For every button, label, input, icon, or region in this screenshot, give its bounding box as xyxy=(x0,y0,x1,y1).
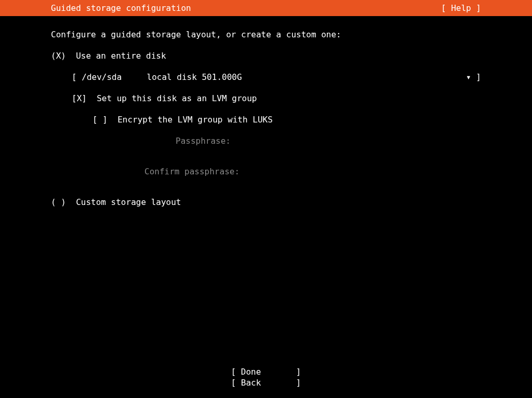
checkbox-encrypt[interactable]: [ ] Encrypt the LVM group with LUKS xyxy=(51,115,481,125)
checkbox-label: Set up this disk as an LVM group xyxy=(97,93,257,103)
header-bar: Guided storage configuration [ Help ] xyxy=(0,0,532,16)
radio-label: Use an entire disk xyxy=(76,51,166,61)
disk-selector-right: ] xyxy=(466,72,481,82)
checkbox-marker: [ ] xyxy=(92,115,108,125)
content-area: Configure a guided storage layout, or cr… xyxy=(0,16,532,207)
done-button[interactable]: [ Done ] xyxy=(0,367,532,378)
checkbox-lvm[interactable]: [X] Set up this disk as an LVM group xyxy=(51,93,481,103)
radio-custom-layout[interactable]: ( ) Custom storage layout xyxy=(51,197,481,207)
radio-label: Custom storage layout xyxy=(76,197,181,207)
radio-marker: (X) xyxy=(51,51,66,61)
back-button[interactable]: [ Back ] xyxy=(0,378,532,389)
prompt-text: Configure a guided storage layout, or cr… xyxy=(51,30,481,39)
confirm-passphrase-label: Confirm passphrase: xyxy=(51,167,481,176)
radio-use-entire-disk[interactable]: (X) Use an entire disk xyxy=(51,51,481,61)
disk-device: /dev/sda xyxy=(82,72,122,82)
checkbox-marker: [X] xyxy=(72,93,87,103)
help-button[interactable]: [ Help ] xyxy=(441,3,532,13)
radio-marker: ( ) xyxy=(51,197,66,207)
page-title: Guided storage configuration xyxy=(0,3,191,13)
footer-buttons: [ Done ] [ Back ] xyxy=(0,367,532,389)
passphrase-label: Passphrase: xyxy=(51,136,481,146)
checkbox-label: Encrypt the LVM group with LUKS xyxy=(117,115,273,125)
disk-selector-left: [ /dev/sda local disk 501.000G xyxy=(72,72,242,82)
chevron-down-icon xyxy=(466,72,471,82)
disk-description: local disk 501.000G xyxy=(147,72,242,82)
disk-selector-dropdown[interactable]: [ /dev/sda local disk 501.000G ] xyxy=(51,72,481,82)
